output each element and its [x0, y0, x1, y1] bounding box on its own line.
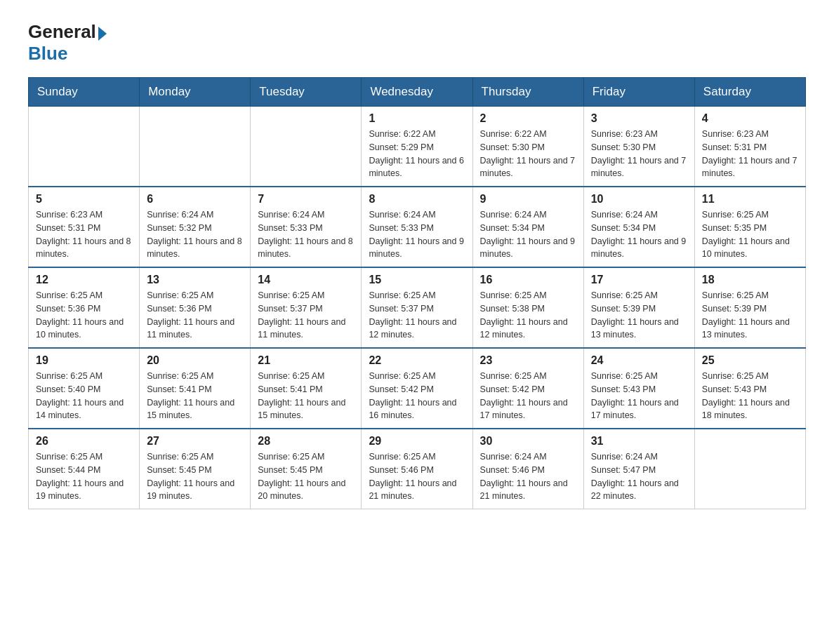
day-info: Sunrise: 6:25 AM Sunset: 5:35 PM Dayligh… — [702, 208, 798, 261]
day-number: 30 — [480, 435, 576, 448]
logo-general-text: General — [28, 21, 96, 43]
day-number: 20 — [147, 354, 243, 367]
calendar-day-cell: 9Sunrise: 6:24 AM Sunset: 5:34 PM Daylig… — [472, 187, 583, 267]
calendar-day-cell — [251, 107, 362, 187]
day-number: 12 — [36, 274, 132, 286]
day-info: Sunrise: 6:25 AM Sunset: 5:39 PM Dayligh… — [591, 289, 687, 342]
day-info: Sunrise: 6:25 AM Sunset: 5:42 PM Dayligh… — [369, 370, 465, 422]
day-info: Sunrise: 6:24 AM Sunset: 5:33 PM Dayligh… — [258, 208, 354, 261]
calendar-day-cell: 19Sunrise: 6:25 AM Sunset: 5:40 PM Dayli… — [29, 348, 140, 429]
day-number: 14 — [258, 274, 354, 286]
calendar-day-cell: 11Sunrise: 6:25 AM Sunset: 5:35 PM Dayli… — [694, 187, 805, 267]
calendar-day-cell: 12Sunrise: 6:25 AM Sunset: 5:36 PM Dayli… — [29, 267, 140, 348]
weekday-header-thursday: Thursday — [472, 78, 583, 107]
day-number: 8 — [369, 193, 465, 206]
weekday-header-tuesday: Tuesday — [251, 78, 362, 107]
day-number: 2 — [480, 112, 576, 125]
day-info: Sunrise: 6:25 AM Sunset: 5:38 PM Dayligh… — [480, 289, 576, 342]
day-info: Sunrise: 6:25 AM Sunset: 5:45 PM Dayligh… — [147, 450, 243, 503]
calendar-day-cell: 22Sunrise: 6:25 AM Sunset: 5:42 PM Dayli… — [362, 348, 472, 429]
day-number: 27 — [147, 435, 243, 448]
calendar-day-cell: 31Sunrise: 6:24 AM Sunset: 5:47 PM Dayli… — [583, 429, 694, 509]
calendar-day-cell: 14Sunrise: 6:25 AM Sunset: 5:37 PM Dayli… — [251, 267, 362, 348]
day-number: 18 — [702, 274, 798, 286]
calendar-day-cell: 16Sunrise: 6:25 AM Sunset: 5:38 PM Dayli… — [472, 267, 583, 348]
calendar-day-cell: 10Sunrise: 6:24 AM Sunset: 5:34 PM Dayli… — [583, 187, 694, 267]
day-number: 24 — [591, 354, 687, 367]
day-number: 17 — [591, 274, 687, 286]
weekday-header-friday: Friday — [583, 78, 694, 107]
day-number: 5 — [36, 193, 132, 206]
calendar-day-cell: 6Sunrise: 6:24 AM Sunset: 5:32 PM Daylig… — [140, 187, 251, 267]
calendar-day-cell: 8Sunrise: 6:24 AM Sunset: 5:33 PM Daylig… — [362, 187, 472, 267]
day-number: 26 — [36, 435, 132, 448]
weekday-header-row: SundayMondayTuesdayWednesdayThursdayFrid… — [29, 78, 806, 107]
day-info: Sunrise: 6:25 AM Sunset: 5:44 PM Dayligh… — [36, 450, 132, 503]
calendar-day-cell: 29Sunrise: 6:25 AM Sunset: 5:46 PM Dayli… — [362, 429, 472, 509]
day-number: 11 — [702, 193, 798, 206]
calendar-day-cell: 5Sunrise: 6:23 AM Sunset: 5:31 PM Daylig… — [29, 187, 140, 267]
day-info: Sunrise: 6:22 AM Sunset: 5:30 PM Dayligh… — [480, 128, 576, 180]
day-info: Sunrise: 6:24 AM Sunset: 5:34 PM Dayligh… — [591, 208, 687, 261]
day-info: Sunrise: 6:25 AM Sunset: 5:36 PM Dayligh… — [147, 289, 243, 342]
day-info: Sunrise: 6:24 AM Sunset: 5:47 PM Dayligh… — [591, 450, 687, 503]
day-info: Sunrise: 6:23 AM Sunset: 5:31 PM Dayligh… — [36, 208, 132, 261]
day-info: Sunrise: 6:25 AM Sunset: 5:41 PM Dayligh… — [147, 370, 243, 422]
weekday-header-sunday: Sunday — [29, 78, 140, 107]
day-info: Sunrise: 6:25 AM Sunset: 5:42 PM Dayligh… — [480, 370, 576, 422]
calendar-week-row: 26Sunrise: 6:25 AM Sunset: 5:44 PM Dayli… — [29, 429, 806, 509]
day-number: 10 — [591, 193, 687, 206]
calendar-week-row: 1Sunrise: 6:22 AM Sunset: 5:29 PM Daylig… — [29, 107, 806, 187]
day-info: Sunrise: 6:25 AM Sunset: 5:37 PM Dayligh… — [369, 289, 465, 342]
calendar-day-cell: 3Sunrise: 6:23 AM Sunset: 5:30 PM Daylig… — [583, 107, 694, 187]
day-info: Sunrise: 6:25 AM Sunset: 5:37 PM Dayligh… — [258, 289, 354, 342]
weekday-header-saturday: Saturday — [694, 78, 805, 107]
day-info: Sunrise: 6:25 AM Sunset: 5:40 PM Dayligh… — [36, 370, 132, 422]
day-number: 1 — [369, 112, 465, 125]
day-info: Sunrise: 6:25 AM Sunset: 5:36 PM Dayligh… — [36, 289, 132, 342]
calendar-day-cell: 28Sunrise: 6:25 AM Sunset: 5:45 PM Dayli… — [251, 429, 362, 509]
day-number: 9 — [480, 193, 576, 206]
day-number: 6 — [147, 193, 243, 206]
day-info: Sunrise: 6:24 AM Sunset: 5:32 PM Dayligh… — [147, 208, 243, 261]
calendar-day-cell: 23Sunrise: 6:25 AM Sunset: 5:42 PM Dayli… — [472, 348, 583, 429]
calendar-day-cell: 15Sunrise: 6:25 AM Sunset: 5:37 PM Dayli… — [362, 267, 472, 348]
calendar-day-cell — [29, 107, 140, 187]
calendar-week-row: 12Sunrise: 6:25 AM Sunset: 5:36 PM Dayli… — [29, 267, 806, 348]
day-number: 13 — [147, 274, 243, 286]
calendar-day-cell: 26Sunrise: 6:25 AM Sunset: 5:44 PM Dayli… — [29, 429, 140, 509]
day-info: Sunrise: 6:23 AM Sunset: 5:30 PM Dayligh… — [591, 128, 687, 180]
day-number: 29 — [369, 435, 465, 448]
calendar-day-cell: 24Sunrise: 6:25 AM Sunset: 5:43 PM Dayli… — [583, 348, 694, 429]
day-number: 3 — [591, 112, 687, 125]
day-number: 22 — [369, 354, 465, 367]
day-info: Sunrise: 6:24 AM Sunset: 5:46 PM Dayligh… — [480, 450, 576, 503]
day-number: 21 — [258, 354, 354, 367]
logo: GeneralBlue — [28, 21, 107, 65]
calendar-day-cell: 4Sunrise: 6:23 AM Sunset: 5:31 PM Daylig… — [694, 107, 805, 187]
day-number: 25 — [702, 354, 798, 367]
day-info: Sunrise: 6:23 AM Sunset: 5:31 PM Dayligh… — [702, 128, 798, 180]
weekday-header-monday: Monday — [140, 78, 251, 107]
day-number: 23 — [480, 354, 576, 367]
day-number: 15 — [369, 274, 465, 286]
day-number: 19 — [36, 354, 132, 367]
calendar-day-cell: 7Sunrise: 6:24 AM Sunset: 5:33 PM Daylig… — [251, 187, 362, 267]
calendar-day-cell: 2Sunrise: 6:22 AM Sunset: 5:30 PM Daylig… — [472, 107, 583, 187]
day-number: 7 — [258, 193, 354, 206]
calendar-day-cell: 21Sunrise: 6:25 AM Sunset: 5:41 PM Dayli… — [251, 348, 362, 429]
day-info: Sunrise: 6:25 AM Sunset: 5:39 PM Dayligh… — [702, 289, 798, 342]
day-info: Sunrise: 6:25 AM Sunset: 5:43 PM Dayligh… — [591, 370, 687, 422]
day-info: Sunrise: 6:24 AM Sunset: 5:33 PM Dayligh… — [369, 208, 465, 261]
calendar-day-cell: 30Sunrise: 6:24 AM Sunset: 5:46 PM Dayli… — [472, 429, 583, 509]
calendar-day-cell: 27Sunrise: 6:25 AM Sunset: 5:45 PM Dayli… — [140, 429, 251, 509]
calendar-day-cell: 17Sunrise: 6:25 AM Sunset: 5:39 PM Dayli… — [583, 267, 694, 348]
calendar-table: SundayMondayTuesdayWednesdayThursdayFrid… — [28, 77, 806, 509]
weekday-header-wednesday: Wednesday — [362, 78, 472, 107]
day-number: 4 — [702, 112, 798, 125]
calendar-day-cell — [694, 429, 805, 509]
logo-blue-text: Blue — [28, 43, 67, 65]
day-info: Sunrise: 6:25 AM Sunset: 5:46 PM Dayligh… — [369, 450, 465, 503]
calendar-day-cell: 13Sunrise: 6:25 AM Sunset: 5:36 PM Dayli… — [140, 267, 251, 348]
day-info: Sunrise: 6:25 AM Sunset: 5:41 PM Dayligh… — [258, 370, 354, 422]
